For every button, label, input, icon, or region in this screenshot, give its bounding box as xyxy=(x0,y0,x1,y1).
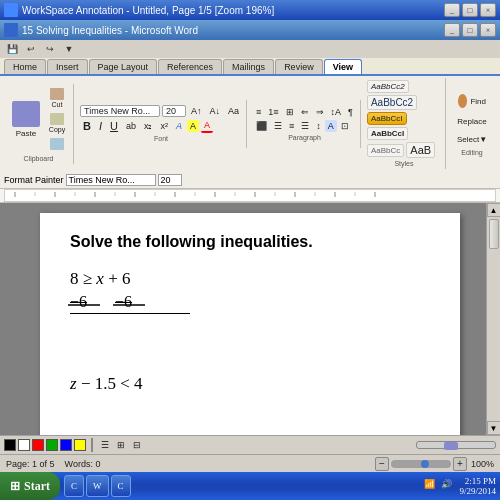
font-size-selector[interactable]: 20 xyxy=(162,105,186,117)
step-right: −6 xyxy=(115,293,132,311)
tab-view[interactable]: View xyxy=(324,59,362,74)
italic-button[interactable]: I xyxy=(96,119,105,133)
zoom-slider[interactable] xyxy=(391,460,451,468)
vertical-scrollbar: ▲ ▼ xyxy=(486,203,500,435)
text-effects-button[interactable]: A xyxy=(173,120,185,132)
align-left-button[interactable]: ⬛ xyxy=(253,120,270,132)
subscript-button[interactable]: x₂ xyxy=(141,120,156,132)
style-title-button[interactable]: AaB xyxy=(406,142,435,158)
clear-format-button[interactable]: Aa xyxy=(225,105,242,117)
copy-icon xyxy=(50,113,64,125)
justify-button[interactable]: ☰ xyxy=(298,120,312,132)
decrease-indent-button[interactable]: ⇐ xyxy=(298,106,312,118)
ruler-scale xyxy=(4,189,496,202)
redo-qat-button[interactable]: ↪ xyxy=(42,42,58,56)
scroll-thumb[interactable] xyxy=(489,219,499,249)
bold-button[interactable]: B xyxy=(80,119,94,133)
zoom-in-button[interactable]: + xyxy=(453,457,467,471)
increase-indent-button[interactable]: ⇒ xyxy=(313,106,327,118)
highlight-button[interactable]: A xyxy=(187,120,199,132)
style-normal-button[interactable]: AaBbCcI xyxy=(367,112,407,125)
clipboard-label: Clipboard xyxy=(24,155,54,162)
color-black[interactable] xyxy=(4,439,16,451)
replace-button[interactable]: Replace xyxy=(452,113,492,129)
align-center-button[interactable]: ☰ xyxy=(271,120,285,132)
color-yellow[interactable] xyxy=(74,439,86,451)
word-maximize-button[interactable]: □ xyxy=(462,23,478,37)
problem-1-expression: 8 ≥ x + 6 xyxy=(70,269,130,289)
clock-time: 2:15 PM xyxy=(459,476,496,486)
grid-view-button[interactable]: ⊞ xyxy=(114,439,128,451)
document-title: Solve the following inequalities. xyxy=(70,233,430,251)
taskbar-app-c1[interactable]: C xyxy=(64,475,84,497)
scroll-up-button[interactable]: ▲ xyxy=(487,203,501,217)
tab-mailings[interactable]: Mailings xyxy=(223,59,274,74)
word-close-button[interactable]: × xyxy=(480,23,496,37)
scroll-bar-bottom[interactable] xyxy=(416,441,496,449)
shading-button[interactable]: A xyxy=(325,120,337,132)
font-name-input[interactable]: Times New Ro... xyxy=(66,174,156,186)
taskbar-app-word[interactable]: W xyxy=(86,475,109,497)
align-right-button[interactable]: ≡ xyxy=(286,120,297,132)
select-button[interactable]: Select▼ xyxy=(452,131,492,147)
start-button[interactable]: ⊞ Start xyxy=(0,472,60,500)
zoom-controls: − + xyxy=(375,457,467,471)
zoom-out-button[interactable]: − xyxy=(375,457,389,471)
color-blue[interactable] xyxy=(60,439,72,451)
problem-1-line1: 8 ≥ x + 6 xyxy=(70,269,430,289)
format-font-label: Format Painter xyxy=(4,175,64,185)
undo-qat-button[interactable]: ↩ xyxy=(23,42,39,56)
taskbar-app-c2[interactable]: C xyxy=(111,475,131,497)
bullets-button[interactable]: ≡ xyxy=(253,106,264,118)
word-minimize-button[interactable]: _ xyxy=(444,23,460,37)
style-emphasis-button[interactable]: AaBbCc2 xyxy=(367,80,409,93)
font-name-selector[interactable]: Times New Ro... xyxy=(80,105,160,117)
color-green[interactable] xyxy=(46,439,58,451)
problem-2-block: z − 1.5 < 4 xyxy=(70,374,430,394)
font-size-input[interactable]: 20 xyxy=(158,174,182,186)
find-button[interactable]: Find xyxy=(456,91,488,111)
taskbar: ⊞ Start C W C 📶 🔊 2:15 PM 9/29/2014 xyxy=(0,472,500,500)
paragraph-label: Paragraph xyxy=(288,134,321,141)
column-view-button[interactable]: ⊟ xyxy=(130,439,144,451)
underline-button[interactable]: U xyxy=(107,119,121,133)
show-hide-button[interactable]: ¶ xyxy=(345,106,356,118)
border-button[interactable]: ⊡ xyxy=(338,120,352,132)
color-red[interactable] xyxy=(32,439,44,451)
close-button[interactable]: × xyxy=(480,3,496,17)
tab-references[interactable]: References xyxy=(158,59,222,74)
minimize-button[interactable]: _ xyxy=(444,3,460,17)
tab-review[interactable]: Review xyxy=(275,59,323,74)
qat-dropdown-button[interactable]: ▼ xyxy=(61,42,77,56)
superscript-button[interactable]: x² xyxy=(157,120,171,132)
system-clock: 2:15 PM 9/29/2014 xyxy=(459,476,496,496)
color-white[interactable] xyxy=(18,439,30,451)
font-color-button[interactable]: A xyxy=(201,119,213,133)
tab-page-layout[interactable]: Page Layout xyxy=(89,59,158,74)
problem-1-divider xyxy=(70,313,190,314)
grow-font-button[interactable]: A↑ xyxy=(188,105,205,117)
maximize-button[interactable]: □ xyxy=(462,3,478,17)
cut-button[interactable]: Cut xyxy=(45,86,69,110)
save-qat-button[interactable]: 💾 xyxy=(4,42,20,56)
tab-insert[interactable]: Insert xyxy=(47,59,88,74)
multilevel-button[interactable]: ⊞ xyxy=(283,106,297,118)
style-subtitle-button[interactable]: AaBbCc xyxy=(367,144,404,157)
paste-button[interactable]: Paste xyxy=(8,97,44,141)
paste-icon xyxy=(12,101,40,127)
shrink-font-button[interactable]: A↓ xyxy=(207,105,224,117)
copy-button[interactable]: Copy xyxy=(45,111,69,135)
tab-home[interactable]: Home xyxy=(4,59,46,74)
style-heading1-button[interactable]: AaBbCc2 xyxy=(367,95,417,110)
scroll-down-button[interactable]: ▼ xyxy=(487,421,501,435)
style-strong-button[interactable]: AaBbCcI xyxy=(367,127,408,140)
ribbon-content: Paste Cut Copy Clipboard xyxy=(0,76,500,171)
taskbar-apps: C W C xyxy=(64,475,131,497)
numbering-button[interactable]: 1≡ xyxy=(265,106,281,118)
format-painter-button[interactable] xyxy=(45,136,69,153)
strikethrough-button[interactable]: ab xyxy=(123,120,139,132)
zoom-thumb xyxy=(421,460,429,468)
list-view-button[interactable]: ☰ xyxy=(98,439,112,451)
line-spacing-button[interactable]: ↕ xyxy=(313,120,324,132)
sort-button[interactable]: ↕A xyxy=(328,106,345,118)
